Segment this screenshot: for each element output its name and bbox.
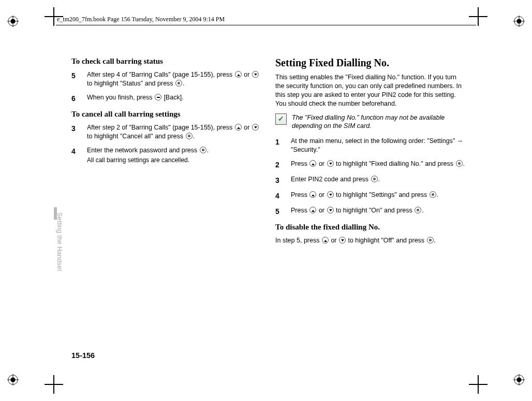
step: 2 Press or to highlight "Fixed dialling … <box>275 160 465 170</box>
center-key-icon <box>200 147 206 153</box>
nav-down-icon <box>252 124 259 131</box>
step: 1 At the main menu, select in the follow… <box>275 137 465 154</box>
nav-up-icon <box>235 71 242 78</box>
page-number: 15-156 <box>71 351 95 360</box>
registration-mark-icon <box>7 16 19 27</box>
step-text: Enter PIN2 code and press . <box>291 175 465 185</box>
nav-up-icon <box>309 207 316 213</box>
step-number: 2 <box>275 160 283 170</box>
step-number: 4 <box>275 191 283 201</box>
nav-up-icon <box>309 191 316 198</box>
heading-fixed-dialling: Setting Fixed Dialling No. <box>275 56 465 70</box>
nav-down-icon <box>327 191 334 198</box>
crop-mark-icon <box>469 7 487 26</box>
note-text: The "Fixed dialling No." function may no… <box>292 113 465 131</box>
note-box: ✓ The "Fixed dialling No." function may … <box>275 113 465 131</box>
step: 4 Enter the network password and press .… <box>71 146 261 164</box>
step-number: 3 <box>71 123 79 141</box>
step-text: After step 4 of "Barring Calls" (page 15… <box>87 70 261 88</box>
step-number: 5 <box>275 206 283 217</box>
right-column: Setting Fixed Dialling No. This setting … <box>275 56 465 245</box>
center-key-icon <box>427 237 434 244</box>
step-text-part: At the main menu, select in the followin… <box>291 137 457 145</box>
heading-check-barring-status: To check call barring status <box>71 56 261 66</box>
nav-up-icon <box>309 160 316 167</box>
step: 5 Press or to highlight "On" and press . <box>275 206 465 217</box>
step-number: 4 <box>71 146 79 164</box>
page-body: To check call barring status 5 After ste… <box>71 56 465 356</box>
center-key-icon <box>430 191 436 198</box>
registration-mark-icon <box>513 374 525 385</box>
step-text: Enter the network password and press . A… <box>87 146 261 164</box>
center-key-icon <box>415 207 421 213</box>
softkey-icon <box>155 94 161 101</box>
nav-down-icon <box>327 207 334 213</box>
step-number: 3 <box>275 175 283 185</box>
center-key-icon <box>371 176 378 182</box>
left-column: To check call barring status 5 After ste… <box>71 56 261 245</box>
step: 6 When you finish, press [Back]. <box>71 93 261 104</box>
step-text: At the main menu, select in the followin… <box>291 137 465 154</box>
arrow-icon: → <box>457 137 464 145</box>
nav-down-icon <box>327 160 334 167</box>
nav-down-icon <box>339 237 346 244</box>
step: 5 After step 4 of "Barring Calls" (page … <box>71 70 261 88</box>
step-text: Press or to highlight "Settings" and pre… <box>291 191 465 201</box>
step-text: Press or to highlight "Fixed dialling No… <box>291 160 465 170</box>
note-check-icon: ✓ <box>275 113 287 125</box>
center-key-icon <box>175 80 182 87</box>
heading-cancel-barring: To cancel all call barring settings <box>71 109 261 119</box>
step-text-part: "Security." <box>291 146 320 153</box>
heading-disable-fixed-dialling: To disable the fixed dialling No. <box>275 222 465 232</box>
step-subtext: All call barring settings are cancelled. <box>87 156 261 164</box>
step-number: 6 <box>71 93 79 104</box>
registration-mark-icon <box>7 374 19 385</box>
nav-down-icon <box>252 71 259 78</box>
nav-up-icon <box>322 237 329 244</box>
running-header: e_tm200_7fm.book Page 156 Tuesday, Novem… <box>57 16 225 23</box>
step: 4 Press or to highlight "Settings" and p… <box>275 191 465 201</box>
registration-mark-icon <box>513 16 525 27</box>
crop-mark-icon <box>45 375 63 394</box>
step: 3 Enter PIN2 code and press . <box>275 175 465 185</box>
step-text: After step 2 of "Barring Calls" (page 15… <box>87 123 261 141</box>
section-tab-label: Setting the Handset <box>56 212 63 271</box>
crop-mark-icon <box>469 375 487 394</box>
center-key-icon <box>186 133 193 139</box>
nav-up-icon <box>235 124 242 131</box>
sub-paragraph: In step 5, press or to highlight "Off" a… <box>275 236 465 245</box>
header-rule <box>56 25 476 25</box>
step-number: 1 <box>275 137 283 154</box>
step-text: Press or to highlight "On" and press . <box>291 206 465 217</box>
step-text: When you finish, press [Back]. <box>87 93 261 104</box>
center-key-icon <box>456 160 463 167</box>
step-number: 5 <box>71 70 79 88</box>
step: 3 After step 2 of "Barring Calls" (page … <box>71 123 261 141</box>
intro-paragraph: This setting enables the "Fixed dialling… <box>275 73 465 108</box>
